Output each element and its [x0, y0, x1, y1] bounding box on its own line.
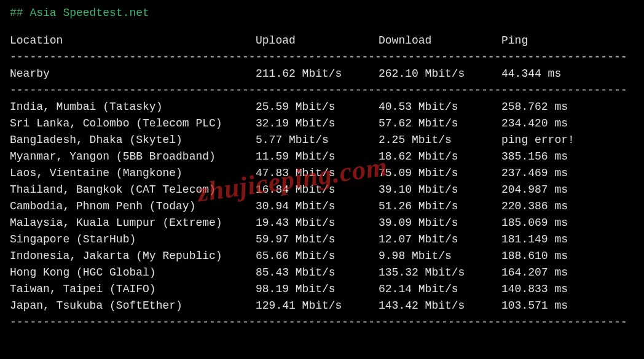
- cell-download: 40.53 Mbit/s: [379, 99, 501, 115]
- divider-line: ----------------------------------------…: [10, 49, 634, 66]
- cell-ping: 385.156 ms: [501, 149, 634, 165]
- cell-upload: 30.94 Mbit/s: [256, 198, 379, 215]
- cell-download: 18.62 Mbit/s: [379, 149, 501, 165]
- cell-ping: 237.469 ms: [501, 165, 634, 182]
- cell-upload: 59.97 Mbit/s: [256, 231, 379, 248]
- cell-ping: 204.987 ms: [501, 182, 634, 198]
- cell-upload: 32.19 Mbit/s: [256, 115, 379, 132]
- nearby-row: Nearby 211.62 Mbit/s 262.10 Mbit/s 44.34…: [10, 66, 634, 82]
- cell-download: 62.14 Mbit/s: [379, 281, 501, 298]
- table-row: Sri Lanka, Colombo (Telecom PLC)32.19 Mb…: [10, 115, 634, 132]
- cell-upload: 85.43 Mbit/s: [256, 264, 379, 281]
- table-row: Thailand, Bangkok (CAT Telecom)16.84 Mbi…: [10, 182, 634, 198]
- cell-download: 135.32 Mbit/s: [379, 264, 501, 281]
- cell-ping: 258.762 ms: [501, 99, 634, 115]
- cell-ping: 164.207 ms: [501, 264, 634, 281]
- table-row: Singapore (StarHub)59.97 Mbit/s12.07 Mbi…: [10, 231, 634, 248]
- cell-ping: ping error!: [501, 132, 634, 149]
- cell-download: 39.09 Mbit/s: [379, 215, 501, 231]
- cell-upload: 129.41 Mbit/s: [256, 298, 379, 314]
- cell-download: 51.26 Mbit/s: [379, 198, 501, 215]
- header-ping: Ping: [501, 33, 634, 49]
- cell-upload: 5.77 Mbit/s: [256, 132, 379, 149]
- cell-download: 12.07 Mbit/s: [379, 231, 501, 248]
- nearby-ping: 44.344 ms: [501, 66, 634, 82]
- divider-line: ----------------------------------------…: [10, 82, 634, 99]
- cell-ping: 181.149 ms: [501, 231, 634, 248]
- header-download: Download: [379, 33, 501, 49]
- table-row: Myanmar, Yangon (5BB Broadband)11.59 Mbi…: [10, 149, 634, 165]
- nearby-download: 262.10 Mbit/s: [379, 66, 501, 82]
- cell-location: Indonesia, Jakarta (My Republic): [10, 248, 256, 264]
- cell-ping: 103.571 ms: [501, 298, 634, 314]
- cell-location: Cambodia, Phnom Penh (Today): [10, 198, 256, 215]
- cell-upload: 47.83 Mbit/s: [256, 165, 379, 182]
- cell-location: India, Mumbai (Tatasky): [10, 99, 256, 115]
- nearby-upload: 211.62 Mbit/s: [256, 66, 379, 82]
- table-row: Japan, Tsukuba (SoftEther)129.41 Mbit/s1…: [10, 298, 634, 314]
- cell-location: Malaysia, Kuala Lumpur (Extreme): [10, 215, 256, 231]
- cell-location: Japan, Tsukuba (SoftEther): [10, 298, 256, 314]
- cell-download: 75.09 Mbit/s: [379, 165, 501, 182]
- cell-ping: 220.386 ms: [501, 198, 634, 215]
- cell-ping: 234.420 ms: [501, 115, 634, 132]
- cell-location: Hong Kong (HGC Global): [10, 264, 256, 281]
- table-row: Indonesia, Jakarta (My Republic)65.66 Mb…: [10, 248, 634, 264]
- table-row: Taiwan, Taipei (TAIFO)98.19 Mbit/s62.14 …: [10, 281, 634, 298]
- table-row: Hong Kong (HGC Global)85.43 Mbit/s135.32…: [10, 264, 634, 281]
- cell-location: Laos, Vientaine (Mangkone): [10, 165, 256, 182]
- section-title: ## Asia Speedtest.net: [10, 5, 634, 21]
- cell-location: Thailand, Bangkok (CAT Telecom): [10, 182, 256, 198]
- header-location: Location: [10, 33, 256, 49]
- cell-location: Taiwan, Taipei (TAIFO): [10, 281, 256, 298]
- header-upload: Upload: [256, 33, 379, 49]
- cell-download: 9.98 Mbit/s: [379, 248, 501, 264]
- cell-ping: 185.069 ms: [501, 215, 634, 231]
- nearby-location: Nearby: [10, 66, 256, 82]
- cell-download: 39.10 Mbit/s: [379, 182, 501, 198]
- cell-download: 57.62 Mbit/s: [379, 115, 501, 132]
- table-row: Bangladesh, Dhaka (Skytel)5.77 Mbit/s2.2…: [10, 132, 634, 149]
- cell-ping: 188.610 ms: [501, 248, 634, 264]
- table-header-row: Location Upload Download Ping: [10, 33, 634, 49]
- cell-location: Sri Lanka, Colombo (Telecom PLC): [10, 115, 256, 132]
- table-row: India, Mumbai (Tatasky)25.59 Mbit/s40.53…: [10, 99, 634, 115]
- cell-download: 2.25 Mbit/s: [379, 132, 501, 149]
- cell-upload: 65.66 Mbit/s: [256, 248, 379, 264]
- divider-line: ----------------------------------------…: [10, 314, 634, 331]
- cell-download: 143.42 Mbit/s: [379, 298, 501, 314]
- cell-location: Bangladesh, Dhaka (Skytel): [10, 132, 256, 149]
- cell-location: Singapore (StarHub): [10, 231, 256, 248]
- cell-location: Myanmar, Yangon (5BB Broadband): [10, 149, 256, 165]
- cell-upload: 25.59 Mbit/s: [256, 99, 379, 115]
- table-row: Malaysia, Kuala Lumpur (Extreme)19.43 Mb…: [10, 215, 634, 231]
- table-row: Laos, Vientaine (Mangkone)47.83 Mbit/s75…: [10, 165, 634, 182]
- cell-upload: 16.84 Mbit/s: [256, 182, 379, 198]
- table-row: Cambodia, Phnom Penh (Today)30.94 Mbit/s…: [10, 198, 634, 215]
- cell-ping: 140.833 ms: [501, 281, 634, 298]
- cell-upload: 98.19 Mbit/s: [256, 281, 379, 298]
- cell-upload: 19.43 Mbit/s: [256, 215, 379, 231]
- cell-upload: 11.59 Mbit/s: [256, 149, 379, 165]
